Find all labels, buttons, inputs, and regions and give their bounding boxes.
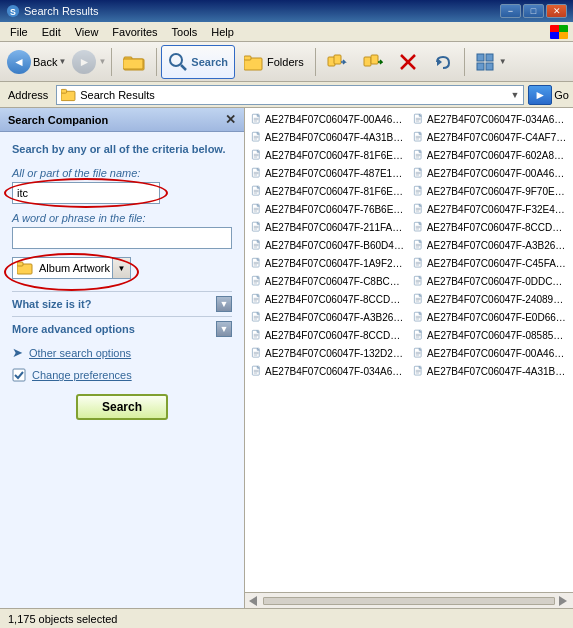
file-name: AE27B4F07C06047F-C4AF7AC32B76D300.itc	[427, 132, 567, 143]
menu-tools[interactable]: Tools	[166, 24, 204, 40]
move-to-button[interactable]	[320, 45, 354, 79]
list-item[interactable]: AE27B4F07C06047F-E0D66F8E2D47C450.itc	[409, 308, 571, 326]
title-bar: S Search Results − □ ✕	[0, 0, 573, 22]
list-item[interactable]: AE27B4F07C06047F-C8BCE0FAF39FAF40.itc	[247, 272, 409, 290]
horizontal-scrollbar[interactable]	[245, 592, 573, 608]
folders-toolbar-button[interactable]	[116, 45, 152, 79]
list-item[interactable]: AE27B4F07C06047F-211FAD50F697F830.itc	[247, 218, 409, 236]
close-button[interactable]: ✕	[546, 4, 567, 18]
list-item[interactable]: AE27B4F07C06047F-A3B26C3106CA5340.itc	[409, 236, 571, 254]
checkmark-icon	[12, 368, 26, 382]
list-item[interactable]: AE27B4F07C06047F-76B6EA2110666C10.itc	[247, 200, 409, 218]
filename-label: All or part of the file name:	[12, 167, 232, 179]
list-item[interactable]: AE27B4F07C06047F-81F6E4564B707510.itc	[247, 182, 409, 200]
other-search-options[interactable]: ➤ Other search options	[12, 341, 232, 364]
minimize-button[interactable]: −	[500, 4, 521, 18]
list-item[interactable]: AE27B4F07C06047F-8CCDE8D23E80C250.itc	[247, 290, 409, 308]
search-toolbar-button[interactable]: Search	[161, 45, 235, 79]
folder-selector[interactable]: Album Artwork ▼	[12, 257, 131, 279]
maximize-button[interactable]: □	[523, 4, 544, 18]
file-name: AE27B4F07C06047F-00A468C3C39B7110.itc	[427, 168, 567, 179]
address-input[interactable]	[80, 89, 506, 101]
folder-selector-wrap: Album Artwork ▼	[12, 257, 232, 287]
scroll-right-icon[interactable]	[557, 595, 571, 607]
back-button[interactable]: ◄ Back ▼	[4, 45, 67, 79]
list-item[interactable]: AE27B4F07C06047F-00A468C3C39B7100.itc	[247, 110, 409, 128]
file-name: AE27B4F07C06047F-C45FAF315031AB40.itc	[427, 258, 567, 269]
undo-button[interactable]	[426, 45, 460, 79]
folder-dropdown-icon[interactable]: ▼	[112, 257, 130, 279]
list-item[interactable]: AE27B4F07C06047F-034A6D3115584200.itc	[247, 362, 409, 380]
filename-input[interactable]	[12, 182, 160, 204]
list-item[interactable]: AE27B4F07C06047F-B60D40080F1D2240.itc	[247, 236, 409, 254]
svg-rect-23	[17, 262, 23, 266]
separator-1	[111, 48, 112, 76]
file-icon	[251, 129, 262, 145]
file-icon	[251, 219, 262, 235]
view-button[interactable]: ▼	[469, 45, 514, 79]
svg-rect-12	[371, 55, 378, 64]
search-companion-panel: Search Companion ✕ Search by any or all …	[0, 108, 245, 608]
file-name: AE27B4F07C06047F-211FAD50F697F830.itc	[265, 222, 405, 233]
search-action-button[interactable]: Search	[76, 394, 168, 420]
list-item[interactable]: AE27B4F07C06047F-81F6E4564B707500.itc	[247, 146, 409, 164]
file-icon	[413, 147, 424, 163]
phrase-input[interactable]	[12, 227, 232, 249]
h-scrollbar-track[interactable]	[263, 597, 555, 605]
back-arrow-icon: ◄	[7, 50, 31, 74]
copy-to-button[interactable]	[356, 45, 390, 79]
list-item[interactable]: AE27B4F07C06047F-085855986FD22560.itc	[409, 326, 571, 344]
list-item[interactable]: AE27B4F07C06047F-F32E41B5F046A730.itc	[409, 200, 571, 218]
list-item[interactable]: AE27B4F07C06047F-602A8A5D38CCA600.itc	[409, 146, 571, 164]
folders-button[interactable]: Folders	[237, 45, 311, 79]
svg-rect-18	[477, 63, 484, 70]
right-panel: AE27B4F07C06047F-00A468C3C39B7100.itc AE…	[245, 108, 573, 608]
file-name: AE27B4F07C06047F-8CCDE8D23E80C160.itc	[265, 330, 405, 341]
list-item[interactable]: AE27B4F07C06047F-034A6D3115584100.itc	[409, 110, 571, 128]
list-item[interactable]: AE27B4F07C06047F-C45FAF315031AB40.itc	[409, 254, 571, 272]
list-item[interactable]: AE27B4F07C06047F-132D2999D3939560.itc	[247, 344, 409, 362]
forward-button[interactable]: ► ▼	[69, 45, 107, 79]
menu-view[interactable]: View	[69, 24, 105, 40]
file-name: AE27B4F07C06047F-034A6D3115584100.itc	[427, 114, 567, 125]
address-dropdown-icon[interactable]: ▼	[510, 90, 519, 100]
go-button[interactable]: ►	[528, 85, 552, 105]
what-size-section[interactable]: What size is it? ▼	[12, 291, 232, 316]
list-item[interactable]: AE27B4F07C06047F-240893F2DFC21350.itc	[409, 290, 571, 308]
file-icon	[251, 255, 262, 271]
menu-favorites[interactable]: Favorites	[106, 24, 163, 40]
list-item[interactable]: AE27B4F07C06047F-4A31BD4E492FD100.itc	[247, 128, 409, 146]
svg-rect-8	[244, 56, 251, 60]
search-icon	[168, 52, 188, 72]
delete-button[interactable]	[392, 45, 424, 79]
file-icon	[413, 129, 424, 145]
menu-file[interactable]: File	[4, 24, 34, 40]
scroll-left-icon[interactable]	[247, 595, 261, 607]
change-prefs-option[interactable]: Change preferences	[12, 364, 232, 386]
menu-help[interactable]: Help	[205, 24, 240, 40]
menu-edit[interactable]: Edit	[36, 24, 67, 40]
file-name: AE27B4F07C06047F-76B6EA2110666C10.itc	[265, 204, 405, 215]
list-item[interactable]: AE27B4F07C06047F-8CCDE8D23E80C160.itc	[247, 326, 409, 344]
list-item[interactable]: AE27B4F07C06047F-00A468C3C39B7200.itc	[409, 344, 571, 362]
list-item[interactable]: AE27B4F07C06047F-1A9F2C1D6CAE9640.itc	[247, 254, 409, 272]
more-advanced-section[interactable]: More advanced options ▼	[12, 316, 232, 341]
list-item[interactable]: AE27B4F07C06047F-C4AF7AC32B76D300.itc	[409, 128, 571, 146]
svg-rect-17	[486, 54, 493, 61]
svg-rect-24	[13, 369, 25, 381]
list-item[interactable]: AE27B4F07C06047F-487E175EE75B2C00.itc	[247, 164, 409, 182]
list-item[interactable]: AE27B4F07C06047F-0DDCA65A3D594050.itc	[409, 272, 571, 290]
panel-close-button[interactable]: ✕	[225, 112, 236, 127]
list-item[interactable]: AE27B4F07C06047F-00A468C3C39B7110.itc	[409, 164, 571, 182]
list-item[interactable]: AE27B4F07C06047F-9F70E0AE5BC7D810.itc	[409, 182, 571, 200]
list-item[interactable]: AE27B4F07C06047F-A3B26C3106CA5350.itc	[247, 308, 409, 326]
what-size-toggle-icon: ▼	[216, 296, 232, 312]
list-item[interactable]: AE27B4F07C06047F-4A31BD4E492FD200.itc	[409, 362, 571, 380]
filename-circle-highlight	[12, 182, 160, 204]
what-size-label: What size is it?	[12, 298, 91, 310]
file-icon	[251, 147, 262, 163]
status-text: 1,175 objects selected	[8, 613, 117, 625]
forward-chevron-icon: ▼	[98, 57, 106, 66]
panel-title: Search Companion	[8, 114, 108, 126]
list-item[interactable]: AE27B4F07C06047F-8CCDE8D23E80BF30.itc	[409, 218, 571, 236]
